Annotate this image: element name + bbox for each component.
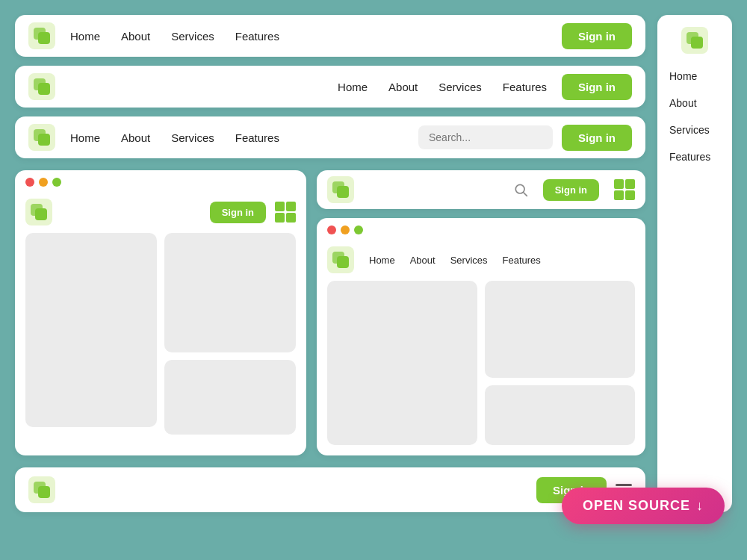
rp-nav-about[interactable]: About bbox=[410, 255, 436, 266]
left-panel-titlebar bbox=[15, 170, 306, 194]
svg-rect-22 bbox=[38, 486, 50, 498]
dot-red-right bbox=[327, 225, 336, 234]
dot-red-left bbox=[25, 178, 34, 187]
mobile-logo bbox=[28, 476, 55, 503]
left-panel-logo bbox=[25, 199, 52, 225]
left-panel-content bbox=[15, 233, 306, 445]
rp-block-2 bbox=[485, 281, 635, 378]
svg-rect-8 bbox=[38, 134, 50, 146]
grid-icon-left[interactable] bbox=[275, 202, 296, 223]
search-icon[interactable] bbox=[513, 182, 528, 197]
right-panel-titlebar bbox=[317, 218, 645, 242]
nav-right-2: Sign in bbox=[562, 74, 632, 100]
navbar-2: Home About Services Features Sign in bbox=[15, 66, 645, 108]
nav-features-3[interactable]: Features bbox=[235, 131, 279, 144]
grid-icon-mini[interactable] bbox=[614, 179, 635, 200]
navbar-3: Home About Services Features Sign in bbox=[15, 116, 645, 158]
logo-3 bbox=[28, 124, 55, 151]
rp-block-3 bbox=[485, 385, 635, 445]
nav-links-2: Home About Services Features bbox=[70, 81, 547, 93]
right-panel-navbar: Home About Services Features bbox=[317, 242, 645, 281]
mini-logo bbox=[327, 176, 354, 203]
nav-about-2[interactable]: About bbox=[388, 81, 418, 93]
dot-green-left bbox=[52, 178, 61, 187]
nav-about-1[interactable]: About bbox=[121, 30, 150, 43]
logo-2 bbox=[28, 73, 55, 100]
svg-rect-25 bbox=[691, 37, 703, 49]
signin-button-3[interactable]: Sign in bbox=[562, 125, 632, 151]
content-block-1 bbox=[25, 233, 157, 427]
mini-navbar-search: Sign in bbox=[317, 170, 645, 209]
dot-yellow-left bbox=[39, 178, 48, 187]
nav-home-3[interactable]: Home bbox=[70, 131, 100, 144]
sidebar-logo bbox=[665, 27, 725, 54]
dot-yellow-right bbox=[341, 225, 350, 234]
svg-line-16 bbox=[523, 193, 527, 196]
sidebar-item-services[interactable]: Services bbox=[665, 118, 725, 142]
nav-right-3: Sign in bbox=[418, 125, 632, 151]
nav-links-1: Home About Services Features bbox=[70, 30, 547, 43]
right-preview-panel: Home About Services Features bbox=[317, 218, 645, 455]
nav-services-1[interactable]: Services bbox=[171, 30, 214, 43]
right-preview-column: Sign in bbox=[317, 170, 645, 455]
signin-button-2[interactable]: Sign in bbox=[562, 74, 632, 100]
nav-features-2[interactable]: Features bbox=[503, 81, 547, 93]
content-block-3 bbox=[164, 360, 296, 435]
open-source-arrow: ↓ bbox=[696, 498, 704, 514]
signin-button-1[interactable]: Sign in bbox=[562, 23, 632, 49]
logo-1 bbox=[28, 22, 55, 49]
svg-rect-14 bbox=[337, 186, 349, 198]
bottom-row: Sign in bbox=[15, 170, 645, 455]
rp-nav-services[interactable]: Services bbox=[450, 255, 488, 266]
right-panel-logo bbox=[327, 246, 354, 273]
mobile-navbar-card: Sign in bbox=[15, 467, 645, 512]
svg-rect-11 bbox=[35, 208, 47, 220]
nav-about-3[interactable]: About bbox=[121, 131, 150, 144]
mini-signin[interactable]: Sign in bbox=[543, 179, 599, 201]
nav-links-3: Home About Services Features bbox=[70, 131, 403, 144]
open-source-label: OPEN SOURCE bbox=[583, 498, 690, 514]
sidebar-item-features[interactable]: Features bbox=[665, 145, 725, 169]
svg-rect-19 bbox=[337, 256, 349, 268]
rp-nav-home[interactable]: Home bbox=[369, 255, 395, 266]
right-panel-content bbox=[317, 281, 645, 455]
nav-right-1: Sign in bbox=[562, 23, 632, 49]
navbar-1: Home About Services Features Sign in bbox=[15, 15, 645, 57]
open-source-badge[interactable]: OPEN SOURCE ↓ bbox=[562, 488, 725, 524]
left-preview-panel: Sign in bbox=[15, 170, 306, 455]
left-panel-signin[interactable]: Sign in bbox=[210, 202, 266, 223]
sidebar-item-home[interactable]: Home bbox=[665, 64, 725, 88]
sidebar-item-about[interactable]: About bbox=[665, 91, 725, 115]
search-input[interactable] bbox=[418, 125, 553, 149]
nav-features-1[interactable]: Features bbox=[235, 30, 279, 43]
nav-services-2[interactable]: Services bbox=[438, 81, 482, 93]
nav-home-1[interactable]: Home bbox=[70, 30, 100, 43]
rp-nav-features[interactable]: Features bbox=[503, 255, 541, 266]
svg-rect-2 bbox=[38, 32, 50, 44]
dot-green-right bbox=[354, 225, 363, 234]
rp-block-1 bbox=[327, 281, 477, 445]
svg-rect-5 bbox=[38, 83, 50, 95]
nav-services-3[interactable]: Services bbox=[171, 131, 214, 144]
nav-home-2[interactable]: Home bbox=[338, 81, 368, 93]
content-block-2 bbox=[164, 233, 296, 352]
sidebar-panel: Home About Services Features bbox=[657, 15, 732, 512]
left-panel-navbar: Sign in bbox=[15, 194, 306, 233]
